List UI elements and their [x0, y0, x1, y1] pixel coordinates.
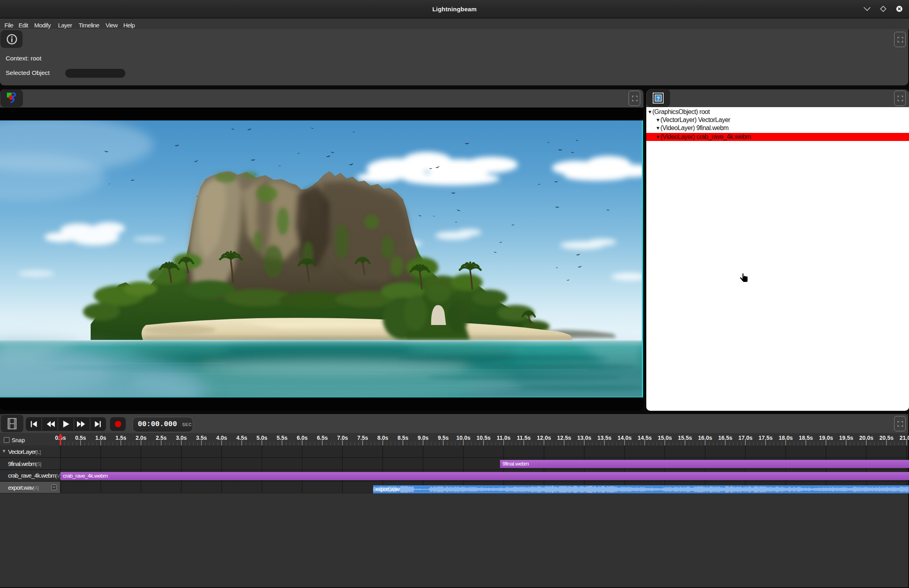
svg-text:?: ?	[657, 95, 660, 101]
